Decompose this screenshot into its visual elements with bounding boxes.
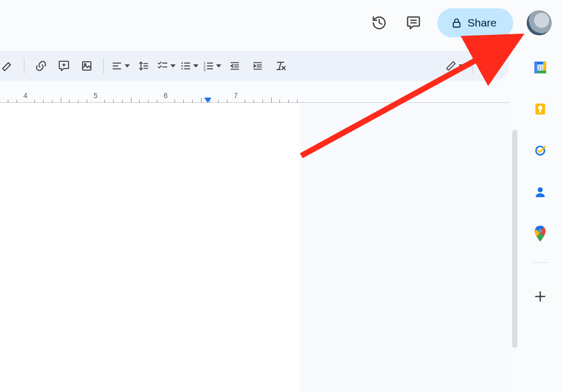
keep-app-button[interactable] <box>532 101 548 117</box>
highlighter-icon <box>1 60 14 72</box>
chevron-down-icon <box>459 64 464 67</box>
link-icon <box>34 59 48 73</box>
svg-text:31: 31 <box>537 65 543 71</box>
ruler-number: 7 <box>234 91 238 100</box>
svg-point-16 <box>181 62 183 64</box>
tasks-app-button[interactable] <box>532 143 548 158</box>
contacts-app-button[interactable] <box>532 184 548 200</box>
bullet-list-menu[interactable] <box>179 56 199 76</box>
svg-rect-44 <box>535 62 538 74</box>
horizontal-ruler[interactable]: 4567 <box>0 87 509 103</box>
indent-increase-icon <box>252 60 263 72</box>
decrease-indent-button[interactable] <box>224 56 245 76</box>
add-comment-button[interactable] <box>54 56 74 76</box>
canvas-background <box>300 103 509 392</box>
insert-image-button[interactable] <box>76 56 97 76</box>
side-panel-separator <box>532 262 548 263</box>
chevron-down-icon <box>170 64 176 67</box>
contacts-icon <box>533 185 547 199</box>
chevron-down-icon <box>125 64 130 67</box>
share-label: Share <box>468 17 497 29</box>
increase-indent-button[interactable] <box>247 56 268 76</box>
collapse-toolbar-button[interactable] <box>480 56 501 76</box>
share-button[interactable]: Share <box>437 8 513 37</box>
svg-rect-5 <box>83 62 91 70</box>
svg-point-50 <box>538 187 543 193</box>
highlight-button[interactable] <box>0 56 18 76</box>
chevron-down-icon <box>216 64 221 67</box>
app-header: Share <box>0 0 561 46</box>
svg-point-47 <box>538 106 542 110</box>
numbered-list-icon: 123 <box>203 60 214 72</box>
toolbar-separator <box>472 58 473 74</box>
add-comment-icon <box>58 60 70 72</box>
keep-icon <box>533 102 547 116</box>
lock-icon <box>451 17 462 29</box>
plus-icon <box>533 290 547 303</box>
svg-point-17 <box>181 65 183 67</box>
svg-rect-2 <box>453 22 460 27</box>
svg-point-51 <box>538 229 542 233</box>
clear-formatting-button[interactable] <box>270 56 291 76</box>
account-avatar[interactable] <box>527 10 552 35</box>
insert-link-button[interactable] <box>31 56 51 76</box>
side-panel-scrollbar[interactable] <box>512 130 517 348</box>
comment-icon <box>406 15 421 31</box>
ruler-number: 5 <box>94 91 98 100</box>
toolbar-separator <box>24 58 24 74</box>
svg-line-36 <box>279 62 281 70</box>
editing-mode-menu[interactable] <box>444 56 465 76</box>
svg-text:3: 3 <box>204 67 206 72</box>
maps-pin-icon <box>533 225 547 242</box>
ruler-indent-marker[interactable] <box>204 98 211 103</box>
calendar-app-button[interactable]: 31 <box>532 60 548 75</box>
side-panel: 31 <box>519 52 561 392</box>
svg-point-18 <box>181 68 183 70</box>
get-addons-button[interactable] <box>532 289 548 304</box>
numbered-list-menu[interactable]: 123 <box>202 56 222 76</box>
line-spacing-menu[interactable] <box>133 56 154 76</box>
pencil-icon <box>445 60 457 72</box>
chevron-down-icon <box>193 64 198 67</box>
chevron-up-icon <box>485 60 496 72</box>
calendar-icon: 31 <box>532 60 548 75</box>
image-icon <box>81 60 93 72</box>
toolbar: 123 <box>0 51 509 81</box>
bullet-list-icon <box>180 60 191 72</box>
line-spacing-icon <box>138 60 149 72</box>
align-left-icon <box>111 60 123 72</box>
ruler-number: 6 <box>164 91 168 100</box>
align-menu[interactable] <box>110 56 131 76</box>
svg-rect-48 <box>539 110 541 113</box>
indent-decrease-icon <box>229 60 241 72</box>
ruler-number: 4 <box>23 91 28 100</box>
tasks-icon <box>533 143 547 158</box>
clear-format-icon <box>274 60 287 72</box>
checklist-menu[interactable] <box>156 56 177 76</box>
open-comments-button[interactable] <box>403 12 424 33</box>
toolbar-separator <box>103 58 104 74</box>
checklist-icon <box>157 60 168 72</box>
maps-app-button[interactable] <box>532 226 548 241</box>
history-icon <box>371 15 387 31</box>
document-page[interactable] <box>0 103 300 392</box>
version-history-button[interactable] <box>369 12 390 33</box>
svg-point-6 <box>85 64 86 65</box>
